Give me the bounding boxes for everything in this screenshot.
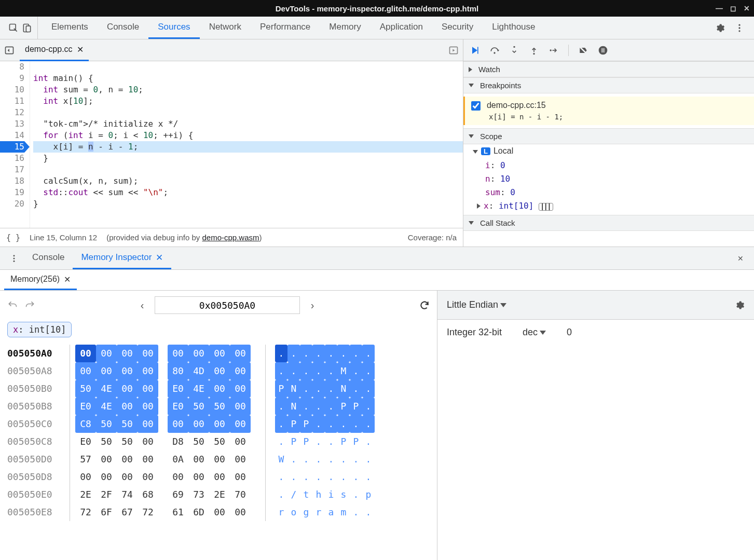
hex-grid[interactable]: 005050A00000000000000000........005050A8… [0,343,437,528]
minimize-icon[interactable]: — [716,4,723,12]
refresh-icon[interactable] [419,300,430,310]
svg-rect-2 [26,25,30,32]
breakpoint-code: x[i] = n - i - 1; [471,111,748,121]
debugger-toolbar [463,39,754,61]
resume-icon[interactable] [470,45,480,56]
hex-toolbar: ‹ › [0,291,437,320]
drawer-tab-memory-inspector[interactable]: Memory Inspector ✕ [73,247,171,269]
format-code-icon[interactable]: { } [6,233,20,242]
source-statusbar: { } Line 15, Column 12 (provided via deb… [0,228,463,247]
close-drawer-tab-icon[interactable]: ✕ [156,252,163,263]
svg-point-11 [533,53,534,54]
svg-rect-8 [477,47,478,53]
navigator-toggle-icon[interactable] [4,45,15,56]
svg-point-10 [513,46,515,47]
svg-rect-14 [602,48,603,52]
close-drawer-icon[interactable]: ✕ [731,247,750,269]
step-over-icon[interactable] [489,45,500,56]
redo-icon[interactable] [25,300,35,310]
scope-local[interactable]: LLocal [463,144,754,158]
address-input[interactable] [155,296,300,314]
tab-performance[interactable]: Performance [251,17,320,39]
drawer-tab-console[interactable]: Console [24,247,73,269]
devtools-tabbar: ElementsConsoleSourcesNetworkPerformance… [0,17,754,39]
interpreted-value: 0 [567,327,572,338]
callstack-section[interactable]: Call Stack [463,215,754,231]
window-title: DevTools - memory-inspector.glitch.me/de… [276,4,478,13]
scope-var[interactable]: n: 10 [485,172,749,186]
breakpoints-section[interactable]: Breakpoints [463,77,754,93]
value-settings-icon[interactable] [734,300,745,310]
svg-point-17 [13,257,15,259]
coverage-status: Coverage: n/a [408,233,457,242]
code-editor[interactable]: 891011121314151617181920 int main() { in… [0,61,463,228]
tab-lighthouse[interactable]: Lighthouse [483,17,544,39]
close-tab-icon[interactable]: ✕ [77,45,84,54]
endianness-select[interactable]: Little Endian [447,299,506,310]
tab-application[interactable]: Application [371,17,432,39]
svg-point-13 [599,46,608,54]
inspect-element-icon[interactable] [8,23,19,33]
drawer: Console Memory Inspector ✕ ✕ Memory(256)… [0,247,754,560]
tab-network[interactable]: Network [200,17,251,39]
kebab-menu-icon[interactable] [734,23,745,33]
value-type-label: Integer 32-bit [447,327,502,338]
breakpoint-checkbox[interactable] [471,101,481,111]
drawer-menu-icon[interactable] [4,247,24,269]
window-titlebar: DevTools - memory-inspector.glitch.me/de… [0,0,754,17]
settings-gear-icon[interactable] [715,23,725,33]
breakpoint-label: demo-cpp.cc:15 [487,101,546,110]
svg-point-16 [13,255,15,256]
memory-tab[interactable]: Memory(256) ✕ [4,270,77,290]
undo-icon[interactable] [7,300,18,310]
tab-console[interactable]: Console [98,17,148,39]
file-tab-demo-cpp[interactable]: demo-cpp.cc ✕ [20,39,89,61]
sources-pane: demo-cpp.cc ✕ 891011121314151617181920 i… [0,39,463,247]
close-icon[interactable]: ✕ [744,4,750,12]
scope-var[interactable]: i: 0 [485,159,749,172]
pause-exceptions-icon[interactable] [598,45,608,56]
device-toggle-icon[interactable] [22,23,32,33]
snippets-run-icon[interactable] [448,45,459,56]
debug-info-link[interactable]: demo-cpp.wasm [202,233,259,242]
local-badge: L [481,147,490,155]
next-page-icon[interactable]: › [307,300,318,310]
debug-info-status: (provided via debug info by demo-cpp.was… [106,233,262,242]
svg-point-18 [13,260,15,262]
debugger-pane: Watch Breakpoints demo-cpp.cc:15 x[i] = … [463,39,754,247]
deactivate-breakpoints-icon[interactable] [578,45,588,56]
svg-point-9 [493,52,495,53]
prev-page-icon[interactable]: ‹ [137,300,147,310]
svg-point-5 [738,30,740,32]
variable-chip[interactable]: x: int[10] [7,322,72,337]
step-icon[interactable] [549,45,559,56]
tab-memory[interactable]: Memory [320,17,370,39]
step-into-icon[interactable] [509,45,519,56]
scope-var[interactable]: x: int[10] ┃┃┃ [485,199,749,214]
svg-rect-15 [604,48,605,52]
tab-elements[interactable]: Elements [42,17,98,39]
value-interpreter: Little Endian Integer 32-bit dec 0 [437,291,754,560]
svg-point-3 [738,24,740,25]
reveal-in-memory-icon[interactable]: ┃┃┃ [539,203,553,211]
svg-point-4 [738,27,740,29]
tab-sources[interactable]: Sources [148,17,199,39]
tab-security[interactable]: Security [432,17,483,39]
line-col-status: Line 15, Column 12 [30,233,97,242]
breakpoint-item[interactable]: demo-cpp.cc:15 x[i] = n - i - 1; [463,97,754,125]
watch-section[interactable]: Watch [463,61,754,77]
scope-var[interactable]: sum: 0 [485,186,749,199]
value-format-select[interactable]: dec [523,327,546,338]
maximize-icon[interactable]: ◻ [730,4,736,12]
scope-section[interactable]: Scope [463,128,754,144]
close-memory-tab-icon[interactable]: ✕ [64,275,71,284]
file-tab-label: demo-cpp.cc [25,45,73,54]
svg-point-12 [550,49,552,51]
step-out-icon[interactable] [529,45,539,56]
